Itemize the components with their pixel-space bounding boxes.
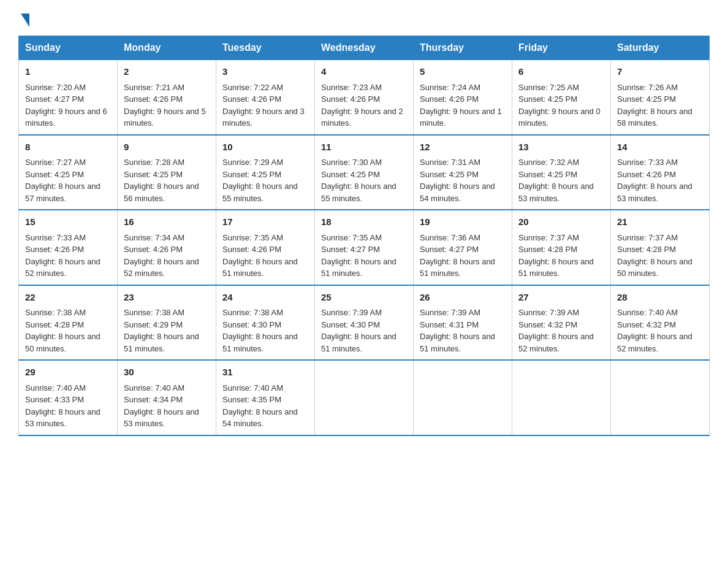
day-number: 30 — [124, 366, 210, 380]
calendar-day-cell: 6 Sunrise: 7:25 AM Sunset: 4:25 PM Dayli… — [512, 60, 611, 135]
sunset-text: Sunset: 4:26 PM — [321, 94, 380, 104]
daylight-text: Daylight: 8 hours and 53 minutes. — [124, 407, 199, 429]
calendar-day-cell: 8 Sunrise: 7:27 AM Sunset: 4:25 PM Dayli… — [19, 135, 118, 210]
sunrise-text: Sunrise: 7:26 AM — [617, 83, 678, 92]
calendar-table: SundayMondayTuesdayWednesdayThursdayFrid… — [18, 36, 710, 436]
calendar-day-cell: 22 Sunrise: 7:38 AM Sunset: 4:28 PM Dayl… — [19, 285, 118, 361]
day-number: 2 — [124, 65, 210, 79]
calendar-day-cell: 4 Sunrise: 7:23 AM Sunset: 4:26 PM Dayli… — [315, 60, 414, 135]
daylight-text: Daylight: 8 hours and 51 minutes. — [222, 257, 298, 278]
sunset-text: Sunset: 4:25 PM — [124, 170, 183, 179]
sunset-text: Sunset: 4:25 PM — [321, 170, 380, 179]
calendar-day-cell: 20 Sunrise: 7:37 AM Sunset: 4:28 PM Dayl… — [512, 210, 611, 285]
day-of-week-header: Sunday — [19, 36, 118, 60]
daylight-text: Daylight: 8 hours and 52 minutes. — [617, 332, 692, 353]
daylight-text: Daylight: 8 hours and 50 minutes. — [25, 332, 100, 353]
sunset-text: Sunset: 4:26 PM — [25, 245, 84, 254]
daylight-text: Daylight: 8 hours and 53 minutes. — [25, 407, 100, 429]
sunset-text: Sunset: 4:26 PM — [124, 94, 183, 104]
daylight-text: Daylight: 8 hours and 56 minutes. — [124, 182, 199, 203]
day-number: 23 — [124, 291, 210, 305]
calendar-day-cell: 16 Sunrise: 7:34 AM Sunset: 4:26 PM Dayl… — [118, 210, 216, 285]
daylight-text: Daylight: 8 hours and 52 minutes. — [124, 257, 199, 278]
sunrise-text: Sunrise: 7:30 AM — [321, 158, 382, 167]
day-number: 26 — [420, 291, 506, 305]
calendar-day-cell: 29 Sunrise: 7:40 AM Sunset: 4:33 PM Dayl… — [19, 360, 118, 435]
calendar-day-cell: 5 Sunrise: 7:24 AM Sunset: 4:26 PM Dayli… — [414, 60, 512, 135]
calendar-day-cell: 31 Sunrise: 7:40 AM Sunset: 4:35 PM Dayl… — [216, 360, 315, 435]
sunset-text: Sunset: 4:28 PM — [617, 245, 676, 254]
day-of-week-header: Wednesday — [315, 36, 414, 60]
sunrise-text: Sunrise: 7:20 AM — [25, 83, 86, 92]
calendar-week-row: 29 Sunrise: 7:40 AM Sunset: 4:33 PM Dayl… — [19, 360, 710, 435]
daylight-text: Daylight: 9 hours and 0 minutes. — [518, 107, 601, 128]
sunset-text: Sunset: 4:28 PM — [25, 320, 84, 329]
sunrise-text: Sunrise: 7:38 AM — [25, 308, 86, 317]
calendar-day-cell: 7 Sunrise: 7:26 AM Sunset: 4:25 PM Dayli… — [611, 60, 710, 135]
calendar-day-cell: 12 Sunrise: 7:31 AM Sunset: 4:25 PM Dayl… — [414, 135, 512, 210]
page-header — [18, 12, 710, 25]
day-number: 31 — [222, 366, 308, 380]
sunset-text: Sunset: 4:29 PM — [124, 320, 183, 329]
daylight-text: Daylight: 8 hours and 55 minutes. — [222, 182, 298, 203]
daylight-text: Daylight: 9 hours and 5 minutes. — [124, 107, 206, 128]
daylight-text: Daylight: 8 hours and 54 minutes. — [420, 182, 495, 203]
sunrise-text: Sunrise: 7:28 AM — [124, 158, 184, 167]
calendar-day-cell: 28 Sunrise: 7:40 AM Sunset: 4:32 PM Dayl… — [611, 285, 710, 361]
calendar-day-cell: 19 Sunrise: 7:36 AM Sunset: 4:27 PM Dayl… — [414, 210, 512, 285]
sunset-text: Sunset: 4:27 PM — [420, 245, 479, 254]
day-number: 16 — [124, 215, 210, 229]
sunrise-text: Sunrise: 7:39 AM — [420, 308, 480, 317]
day-number: 27 — [518, 291, 604, 305]
sunset-text: Sunset: 4:32 PM — [617, 320, 676, 329]
sunset-text: Sunset: 4:35 PM — [222, 395, 281, 404]
calendar-week-row: 22 Sunrise: 7:38 AM Sunset: 4:28 PM Dayl… — [19, 285, 710, 361]
sunset-text: Sunset: 4:25 PM — [518, 170, 577, 179]
calendar-day-cell: 21 Sunrise: 7:37 AM Sunset: 4:28 PM Dayl… — [611, 210, 710, 285]
calendar-day-cell: 3 Sunrise: 7:22 AM Sunset: 4:26 PM Dayli… — [216, 60, 315, 135]
calendar-day-cell — [611, 360, 710, 435]
sunrise-text: Sunrise: 7:32 AM — [518, 158, 579, 167]
sunset-text: Sunset: 4:25 PM — [518, 94, 577, 104]
day-of-week-header: Friday — [512, 36, 611, 60]
day-number: 18 — [321, 215, 407, 229]
sunrise-text: Sunrise: 7:33 AM — [25, 233, 86, 242]
day-number: 7 — [617, 65, 703, 79]
sunrise-text: Sunrise: 7:21 AM — [124, 83, 184, 92]
sunset-text: Sunset: 4:34 PM — [124, 395, 183, 404]
day-number: 25 — [321, 291, 407, 305]
sunset-text: Sunset: 4:27 PM — [321, 245, 380, 254]
daylight-text: Daylight: 9 hours and 2 minutes. — [321, 107, 403, 128]
daylight-text: Daylight: 9 hours and 3 minutes. — [222, 107, 305, 128]
sunset-text: Sunset: 4:26 PM — [222, 94, 281, 104]
daylight-text: Daylight: 8 hours and 50 minutes. — [617, 257, 692, 278]
day-number: 3 — [222, 65, 308, 79]
calendar-week-row: 8 Sunrise: 7:27 AM Sunset: 4:25 PM Dayli… — [19, 135, 710, 210]
daylight-text: Daylight: 8 hours and 52 minutes. — [518, 332, 594, 353]
day-number: 22 — [25, 291, 111, 305]
sunrise-text: Sunrise: 7:37 AM — [518, 233, 579, 242]
day-of-week-header: Thursday — [414, 36, 512, 60]
calendar-header: SundayMondayTuesdayWednesdayThursdayFrid… — [19, 36, 710, 60]
sunrise-text: Sunrise: 7:40 AM — [617, 308, 678, 317]
day-of-week-header: Tuesday — [216, 36, 315, 60]
sunrise-text: Sunrise: 7:38 AM — [222, 308, 283, 317]
sunrise-text: Sunrise: 7:35 AM — [321, 233, 382, 242]
sunrise-text: Sunrise: 7:40 AM — [124, 383, 184, 393]
calendar-day-cell: 9 Sunrise: 7:28 AM Sunset: 4:25 PM Dayli… — [118, 135, 216, 210]
daylight-text: Daylight: 8 hours and 51 minutes. — [321, 332, 396, 353]
calendar-day-cell — [414, 360, 512, 435]
day-number: 15 — [25, 215, 111, 229]
calendar-body: 1 Sunrise: 7:20 AM Sunset: 4:27 PM Dayli… — [19, 60, 710, 435]
daylight-text: Daylight: 8 hours and 52 minutes. — [25, 257, 100, 278]
day-number: 10 — [222, 140, 308, 155]
sunset-text: Sunset: 4:25 PM — [222, 170, 281, 179]
sunrise-text: Sunrise: 7:34 AM — [124, 233, 184, 242]
daylight-text: Daylight: 8 hours and 53 minutes. — [518, 182, 594, 203]
calendar-day-cell: 13 Sunrise: 7:32 AM Sunset: 4:25 PM Dayl… — [512, 135, 611, 210]
sunset-text: Sunset: 4:26 PM — [617, 170, 676, 179]
day-number: 12 — [420, 140, 506, 155]
calendar-week-row: 15 Sunrise: 7:33 AM Sunset: 4:26 PM Dayl… — [19, 210, 710, 285]
daylight-text: Daylight: 8 hours and 51 minutes. — [222, 332, 298, 353]
sunrise-text: Sunrise: 7:39 AM — [518, 308, 579, 317]
